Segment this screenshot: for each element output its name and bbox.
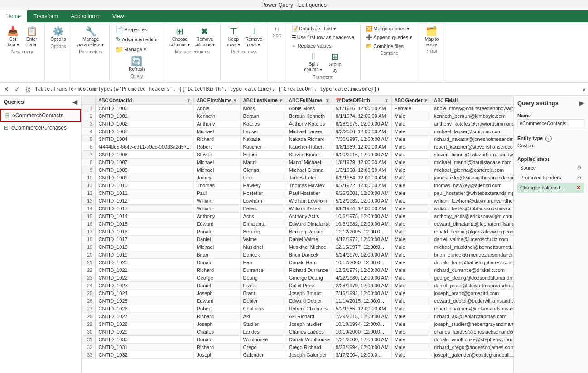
table-row[interactable]: 7CNTID_1006StevenBiondiSteven Biondi9/20…: [82, 151, 514, 159]
get-data-button[interactable]: 📥 Getdata ▾: [4, 25, 22, 48]
sidebar-collapse-button[interactable]: ◀: [72, 98, 77, 106]
step-gear-promoted-headers[interactable]: ⚙: [577, 174, 582, 181]
table-row[interactable]: 24CNTID_1023DanielPrassDaliel Prass2/28/…: [82, 282, 514, 290]
table-row[interactable]: 30CNTID_1029CharlesLandesCharles Laedes1…: [82, 328, 514, 336]
table-cell: 5/8/1986, 12:00:00 AM: [333, 105, 392, 112]
name-value[interactable]: eCommerceContacts: [517, 119, 584, 127]
split-column-button[interactable]: ⫴ Splitcolumn ▾: [302, 50, 324, 74]
table-cell: CNTID_1021: [96, 266, 194, 274]
choose-columns-button[interactable]: ⊞ Choosecolumns ▾: [168, 25, 192, 48]
table-row[interactable]: 20CNTID_1019BrianDaricekBricn Daricek5/2…: [82, 251, 514, 259]
remove-columns-button[interactable]: ✖ Removecolumns ▾: [193, 25, 217, 48]
table-row[interactable]: 33CNTID_1032JosephGalenderJoseph Galende…: [82, 351, 514, 359]
col-header-contactid[interactable]: ABC ContactId ▼: [96, 96, 194, 105]
table-cell: Male: [391, 290, 431, 297]
col-header-email[interactable]: ABC EMail ▼: [431, 96, 513, 105]
table-cell: william_lowhorn@daymurphyandherrera.com: [431, 197, 513, 205]
entity-type-info-icon[interactable]: i: [545, 136, 552, 142]
advanced-editor-button[interactable]: ✎ Advanced editor: [114, 35, 160, 44]
table-cell: Donald: [194, 336, 240, 344]
query-icon-2: ⊞: [4, 124, 9, 131]
tab-transform[interactable]: Transform: [27, 10, 64, 22]
ribbon-group-new-query: 📥 Getdata ▾ 📋 Enterdata New query: [0, 24, 45, 81]
group-by-button[interactable]: ⊞ Groupby: [326, 50, 344, 74]
merge-queries-button[interactable]: 🔀 Merge queries ▾: [364, 25, 411, 33]
step-delete-changed-column[interactable]: ✕: [576, 184, 581, 191]
table-row[interactable]: 9CNTID_1008MichaelGlennaMichael Glenna1/…: [82, 166, 514, 174]
col-header-dateofbirth[interactable]: 📅 DateOfBirth ▼: [333, 96, 392, 105]
combine-files-button[interactable]: 📂 Combine files: [364, 42, 405, 50]
step-changed-column[interactable]: Changed column t...✕: [517, 183, 584, 193]
refresh-button[interactable]: 🔄 Refresh: [127, 55, 146, 73]
data-type-button[interactable]: 📝 Data type: Text ▾: [290, 25, 338, 33]
enter-data-button[interactable]: 📋 Enterdata: [23, 25, 41, 48]
group-by-icon: ⊞: [331, 51, 339, 62]
step-promoted-headers[interactable]: Promoted headers⚙: [517, 173, 584, 183]
keep-rows-button[interactable]: ⊤ Keeprows ▾: [224, 25, 242, 48]
tab-home[interactable]: Home: [0, 10, 27, 22]
use-first-row-button[interactable]: ☰ Use first row as headers ▾: [290, 34, 357, 41]
table-cell: CNTID_1029: [96, 328, 194, 336]
formula-cancel-button[interactable]: ✕: [2, 85, 11, 93]
formula-confirm-button[interactable]: ✓: [13, 85, 22, 93]
remove-rows-button[interactable]: ⊥ Removerows ▾: [243, 25, 264, 48]
table-row[interactable]: 17CNTID_1016RonaldBerningBerning Ronald1…: [82, 228, 514, 236]
table-row[interactable]: 10CNTID_1009JamesEilerJames Ecler6/9/198…: [82, 174, 514, 182]
col-header-gender[interactable]: ABC Gender ▼: [391, 96, 431, 105]
options-button[interactable]: ⚙️ Options: [48, 25, 67, 43]
sort-asc-button[interactable]: ↑↓: [273, 25, 281, 32]
table-row[interactable]: 15CNTID_1014AnthonyActisAnthony Actis10/…: [82, 213, 514, 220]
replace-values-button[interactable]: ↔ Replace values: [290, 42, 333, 49]
table-row[interactable]: 5CNTID_1004RichardNakadaNakada Richard7/…: [82, 136, 514, 143]
table-row[interactable]: 18CNTID_1017DanielValmeDaniel Valme4/12/…: [82, 236, 514, 243]
table-row[interactable]: 19CNTID_1018MichaelMuskthelMuskthel Mich…: [82, 243, 514, 251]
step-source[interactable]: Source⚙: [517, 163, 584, 173]
table-cell: 7/15/1992, 12:00:00 AM: [333, 290, 392, 297]
table-row[interactable]: 26CNTID_1025EdwardDoblerEdward Dobler11/…: [82, 297, 514, 305]
formula-expand-button[interactable]: ∨: [582, 86, 586, 92]
table-cell: CNTID_1017: [96, 236, 194, 243]
table-row[interactable]: 6f4444de5-664e-e911-a9ac-000d3a2d57...Ro…: [82, 143, 514, 151]
table-row[interactable]: 29CNTID_1028JosephStudierJoseph ntudier1…: [82, 320, 514, 328]
table-row[interactable]: 13CNTID_1012WilliamLowhornWiqliam Lowhor…: [82, 197, 514, 205]
table-row[interactable]: 27CNTID_1026RobertChalmersRobent Chalmer…: [82, 305, 514, 313]
table-row[interactable]: 28CNTID_1027RichardAkiAki Richard7/29/20…: [82, 313, 514, 320]
right-panel-expand-button[interactable]: ▶: [579, 99, 584, 107]
sidebar-item-ecommerce-contacts[interactable]: ⊞ eCommerceContacts: [0, 109, 81, 122]
get-data-icon: 📥: [7, 26, 19, 37]
table-row[interactable]: 16CNTID_1015EdwardDimalantaEdward Dimala…: [82, 220, 514, 228]
table-cell: 11/14/2015, 12:00:0...: [333, 297, 392, 305]
col-header-fullname[interactable]: ABC FullName ▼: [286, 96, 333, 105]
table-row[interactable]: 4CNTID_1003MichaelLauserMichael Lauser9/…: [82, 128, 514, 136]
tab-add-column[interactable]: Add column: [64, 10, 106, 22]
table-cell: Donald: [194, 259, 240, 266]
table-row[interactable]: 2CNTID_1001KennethBeraunBeraun Kenneth8/…: [82, 112, 514, 120]
table-row[interactable]: 23CNTID_1022GeorgeDeangGmorge Deang4/22/…: [82, 274, 514, 282]
table-row[interactable]: 3CNTID_1002AnthonyKotelesActhony Koteles…: [82, 120, 514, 128]
table-row[interactable]: 1CNTID_1000AbbieMossAbbie Moss5/8/1986, …: [82, 105, 514, 112]
table-row[interactable]: 31CNTID_1030DonaldWoolhouseDonalr Woolho…: [82, 336, 514, 344]
map-to-entity-button[interactable]: 🗂️ Map toentity: [423, 25, 441, 48]
table-row[interactable]: 32CNTID_1031RichardCregoCrego Richard8/2…: [82, 344, 514, 351]
tab-view[interactable]: View: [106, 10, 130, 22]
table-row[interactable]: 8CNTID_1007MichaelManniManni Michael1/8/…: [82, 159, 514, 166]
table-row[interactable]: 12CNTID_1011PaulHostetlerPaul Hostetler6…: [82, 189, 514, 197]
table-row[interactable]: 14CNTID_1013WilliamBellesWilliam Belles6…: [82, 205, 514, 213]
col-header-firstname[interactable]: ABC FirstName ▼: [194, 96, 240, 105]
table-row[interactable]: 25CNTID_1024JosephBrantJoseph Bmant7/15/…: [82, 290, 514, 297]
sidebar-item-ecommerce-purchases[interactable]: ⊞ eCommercePurchases: [0, 122, 81, 133]
table-cell: Male: [391, 166, 431, 174]
table-row[interactable]: 21CNTID_1020DonaldHamDonald Ham10/12/200…: [82, 259, 514, 266]
table-cell: richard_nakada@jonesholmesandmooney.com: [431, 136, 513, 143]
table-container[interactable]: ABC ContactId ▼ ABC FirstName ▼: [82, 96, 513, 373]
step-gear-source[interactable]: ⚙: [577, 165, 582, 171]
manage-button[interactable]: 📁 Manage ▾: [114, 45, 148, 54]
table-row[interactable]: 22CNTID_1021RichardDurranceRichard Durra…: [82, 266, 514, 274]
properties-button[interactable]: 📄 Properties: [114, 25, 149, 34]
col-header-lastname[interactable]: ABC LastName ▼: [240, 96, 286, 105]
manage-parameters-button[interactable]: 🔧 Manageparameters ▾: [76, 25, 106, 48]
append-queries-button[interactable]: ➕ Append queries ▾: [364, 34, 414, 41]
table-row[interactable]: 11CNTID_1010ThomasHawkeyThomas Hawley9/7…: [82, 182, 514, 189]
formula-fx-button[interactable]: fx: [24, 85, 32, 93]
row-number: 21: [82, 259, 96, 266]
